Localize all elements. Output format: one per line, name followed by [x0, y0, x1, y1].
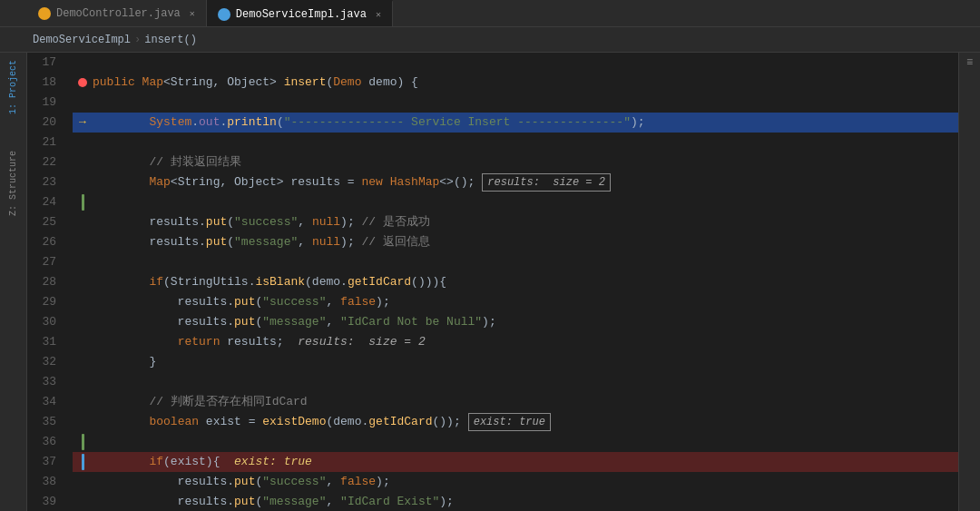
tab-close-controller[interactable]: ✕: [190, 8, 195, 19]
line-35: boolean exist = existDemo(demo.getIdCard…: [73, 412, 958, 432]
modified-bar-36: [82, 434, 84, 450]
tab-icon-service: [218, 8, 230, 21]
tab-demo-service[interactable]: DemoServiceImpl.java ✕: [207, 0, 393, 26]
sidebar-item-structure[interactable]: Z: Structure: [6, 147, 20, 220]
breadcrumb-class[interactable]: DemoServiceImpl: [33, 34, 131, 46]
sidebar-item-project[interactable]: 1: Project: [6, 56, 20, 118]
line-18: public Map<String, Object> insert(Demo d…: [73, 73, 958, 93]
gutter-24: [73, 194, 93, 211]
tab-demo-controller[interactable]: DemoController.java ✕: [27, 0, 207, 26]
line-27: [73, 252, 958, 272]
line-30: results.put("message", "IdCard Not be Nu…: [73, 312, 958, 332]
breadcrumb-separator: ›: [134, 34, 141, 46]
modified-bar-24: [82, 194, 84, 211]
line-22: // 封装返回结果: [73, 152, 958, 172]
tab-label-controller: DemoController.java: [56, 7, 181, 20]
line-32: }: [73, 352, 958, 372]
line-33: [73, 372, 958, 392]
line-24: [73, 192, 958, 212]
gutter-18: [73, 78, 93, 87]
breadcrumb-method[interactable]: insert(): [144, 34, 197, 46]
line-26: results.put("message", null); // 返回信息: [73, 232, 958, 252]
line-21: [73, 133, 958, 152]
hint-results-size: results: size = 2: [482, 173, 611, 192]
sidebar-left: 1: Project Z: Structure: [0, 53, 27, 511]
code-content: public Map<String, Object> insert(Demo d…: [65, 53, 958, 511]
line-20: → System.out.println("---------------- S…: [73, 113, 958, 133]
editor-container: 1: Project Z: Structure 17 18 19 20 21 2…: [0, 53, 980, 511]
line-23: Map<String, Object> results = new HashMa…: [73, 172, 958, 192]
line-34: // 判断是否存在相同IdCard: [73, 392, 958, 412]
line-37: if(exist){ exist: true: [73, 452, 958, 472]
breadcrumb-bar: DemoServiceImpl › insert(): [0, 27, 980, 53]
tab-bar: DemoController.java ✕ DemoServiceImpl.ja…: [0, 0, 980, 27]
right-panel-icon-1[interactable]: ≡: [966, 56, 973, 69]
gutter-37: [73, 454, 93, 470]
added-bar-37: [82, 454, 84, 470]
tab-icon-controller: [38, 7, 51, 20]
line-36: [73, 432, 958, 452]
breakpoint-18[interactable]: [78, 78, 87, 87]
line-38: results.put("success", false);: [73, 472, 958, 492]
line-31: return results; results: size = 2: [73, 332, 958, 352]
hint-exist-true: exist: true: [468, 413, 551, 431]
inline-exist-hint: exist: true: [234, 452, 312, 472]
line-28: if(StringUtils.isBlank(demo.getIdCard())…: [73, 272, 958, 292]
line-numbers: 17 18 19 20 21 22 23 24 25 26 27 28 29 3…: [27, 53, 65, 511]
right-panel: ≡: [958, 53, 980, 511]
line-29: results.put("success", false);: [73, 292, 958, 312]
line-19: [73, 93, 958, 113]
line-25: results.put("success", null); // 是否成功: [73, 212, 958, 232]
debug-arrow-20: →: [79, 113, 86, 133]
gutter-36: [73, 434, 93, 450]
hint-return-results: results: size = 2: [298, 332, 425, 352]
gutter-20: →: [73, 113, 93, 133]
tab-close-service[interactable]: ✕: [376, 9, 381, 20]
code-area: 17 18 19 20 21 22 23 24 25 26 27 28 29 3…: [27, 53, 958, 511]
line-17: [73, 53, 958, 73]
tab-label-service: DemoServiceImpl.java: [236, 8, 367, 21]
line-39: results.put("message", "IdCard Exist");: [73, 492, 958, 511]
